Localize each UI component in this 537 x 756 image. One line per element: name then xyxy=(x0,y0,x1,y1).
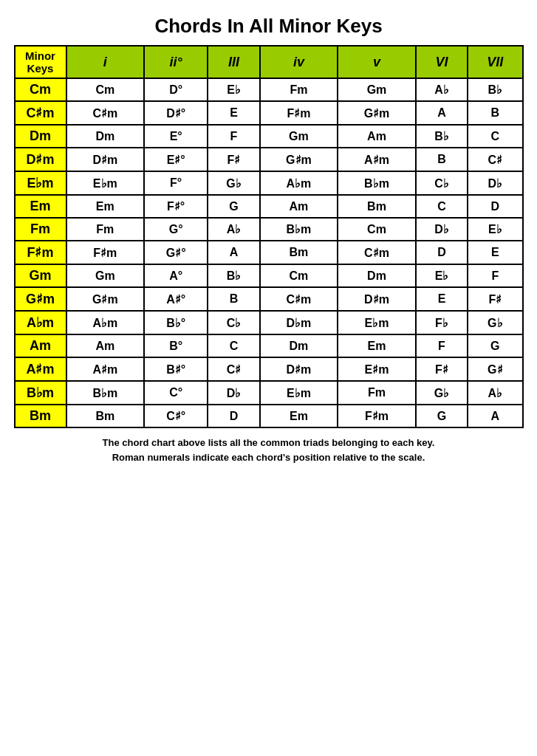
table-row: A♯mA♯mB♯°C♯D♯mE♯mF♯G♯ xyxy=(15,357,523,381)
chord-cell: D♭ xyxy=(208,381,259,405)
footer-line1: The chord chart above lists all the comm… xyxy=(14,436,524,450)
header-vi: VI xyxy=(416,46,468,78)
table-row: GmGmA°B♭CmDmE♭F xyxy=(15,264,523,287)
chord-cell: C♭ xyxy=(208,311,259,334)
chord-cell: E xyxy=(416,287,468,311)
chord-cell: Dm xyxy=(66,125,145,148)
row-key: Bm xyxy=(15,405,66,427)
chord-cell: B° xyxy=(144,334,208,357)
table-row: G♯mG♯mA♯°BC♯mD♯mEF♯ xyxy=(15,287,523,311)
table-row: E♭mE♭mF°G♭A♭mB♭mC♭D♭ xyxy=(15,171,523,195)
row-key: Dm xyxy=(15,125,66,148)
chord-cell: E♯° xyxy=(144,148,208,171)
chord-cell: B xyxy=(208,287,259,311)
table-row: A♭mA♭mB♭°C♭D♭mE♭mF♭G♭ xyxy=(15,311,523,334)
chord-cell: D♯m xyxy=(260,357,338,381)
chord-cell: A♭ xyxy=(208,218,259,241)
chord-cell: D xyxy=(208,405,259,427)
chord-cell: F♯ xyxy=(468,287,522,311)
table-row: F♯mF♯mG♯°ABmC♯mDE xyxy=(15,241,523,264)
chord-cell: E♭m xyxy=(66,171,145,195)
table-row: D♯mD♯mE♯°F♯G♯mA♯mBC♯ xyxy=(15,148,523,171)
chord-cell: Gm xyxy=(260,125,338,148)
chord-cell: Bm xyxy=(338,195,416,218)
row-key: D♯m xyxy=(15,148,66,171)
chord-cell: G° xyxy=(144,218,208,241)
table-row: C♯mC♯mD♯°EF♯mG♯mAB xyxy=(15,101,523,125)
chord-cell: D♭ xyxy=(468,171,522,195)
chord-cell: G♯m xyxy=(338,101,416,125)
chord-cell: E♭ xyxy=(208,78,259,101)
chord-cell: F xyxy=(468,264,522,287)
chord-cell: B♯° xyxy=(144,357,208,381)
chord-cell: C♯m xyxy=(66,101,145,125)
chord-cell: D xyxy=(416,241,468,264)
chord-cell: F♯° xyxy=(144,195,208,218)
chord-cell: Am xyxy=(66,334,145,357)
row-key: A♭m xyxy=(15,311,66,334)
chord-cell: G♯° xyxy=(144,241,208,264)
chord-cell: A♯m xyxy=(338,148,416,171)
chord-cell: A♭ xyxy=(416,78,468,101)
row-key: G♯m xyxy=(15,287,66,311)
chord-cell: E xyxy=(468,241,522,264)
table-row: CmCmD°E♭FmGmA♭B♭ xyxy=(15,78,523,101)
chord-cell: B xyxy=(416,148,468,171)
chord-cell: C° xyxy=(144,381,208,405)
chord-cell: E♯m xyxy=(338,357,416,381)
chord-cell: Gm xyxy=(338,78,416,101)
table-row: B♭mB♭mC°D♭E♭mFmG♭A♭ xyxy=(15,381,523,405)
chord-cell: G♯ xyxy=(468,357,522,381)
row-key: F♯m xyxy=(15,241,66,264)
chord-cell: E♭ xyxy=(468,218,522,241)
chord-cell: F xyxy=(208,125,259,148)
header-ii: ii° xyxy=(144,46,208,78)
chord-cell: Em xyxy=(260,405,338,427)
chord-cell: F♯ xyxy=(416,357,468,381)
chord-cell: A♭m xyxy=(260,171,338,195)
chord-cell: C♯ xyxy=(208,357,259,381)
row-key: Am xyxy=(15,334,66,357)
table-row: AmAmB°CDmEmFG xyxy=(15,334,523,357)
chord-cell: A♯m xyxy=(66,357,145,381)
chord-cell: Fm xyxy=(66,218,145,241)
chord-cell: D♭m xyxy=(260,311,338,334)
chord-cell: Bm xyxy=(66,405,145,427)
chord-cell: Bm xyxy=(260,241,338,264)
table-row: FmFmG°A♭B♭mCmD♭E♭ xyxy=(15,218,523,241)
chord-cell: A° xyxy=(144,264,208,287)
chord-cell: Dm xyxy=(260,334,338,357)
chord-cell: G xyxy=(416,405,468,427)
chord-cell: C♭ xyxy=(416,171,468,195)
chord-cell: C♯m xyxy=(260,287,338,311)
chord-cell: B♭° xyxy=(144,311,208,334)
chord-cell: F♯ xyxy=(208,148,259,171)
chord-cell: F♯m xyxy=(338,405,416,427)
chord-cell: A xyxy=(208,241,259,264)
table-row: DmDmE°FGmAmB♭C xyxy=(15,125,523,148)
chord-cell: G♭ xyxy=(468,311,522,334)
chord-cell: A♭m xyxy=(66,311,145,334)
row-key: E♭m xyxy=(15,171,66,195)
chord-cell: C♯ xyxy=(468,148,522,171)
row-key: Em xyxy=(15,195,66,218)
row-key: Fm xyxy=(15,218,66,241)
chord-cell: D° xyxy=(144,78,208,101)
chord-cell: B♭ xyxy=(416,125,468,148)
chord-cell: Em xyxy=(66,195,145,218)
chord-table: Minor Keys i ii° III iv v VI VII CmCmD°E… xyxy=(14,45,524,428)
chord-cell: Gm xyxy=(66,264,145,287)
chord-cell: D♯° xyxy=(144,101,208,125)
chord-cell: B♭m xyxy=(66,381,145,405)
chord-cell: Cm xyxy=(66,78,145,101)
chord-cell: C xyxy=(208,334,259,357)
chord-cell: A xyxy=(468,405,522,427)
chord-cell: F xyxy=(416,334,468,357)
footer: The chord chart above lists all the comm… xyxy=(14,436,524,464)
chord-cell: Em xyxy=(338,334,416,357)
row-key: Gm xyxy=(15,264,66,287)
header-i: i xyxy=(66,46,145,78)
chord-cell: G♯m xyxy=(260,148,338,171)
chord-cell: G xyxy=(208,195,259,218)
chord-cell: B♭m xyxy=(260,218,338,241)
